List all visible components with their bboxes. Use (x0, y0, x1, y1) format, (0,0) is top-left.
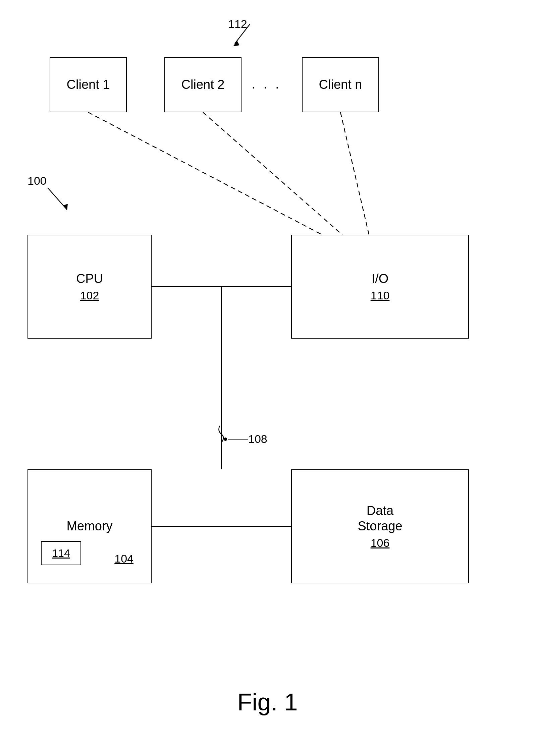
client2-box: Client 2 (164, 57, 242, 112)
datastorage-label: Data Storage (358, 503, 402, 534)
svg-line-4 (88, 112, 322, 235)
io-label: I/O (372, 271, 389, 287)
svg-line-2 (48, 188, 65, 208)
io-num: 110 (371, 289, 390, 302)
svg-line-5 (203, 112, 342, 235)
memory-label: Memory (66, 519, 112, 534)
memory-inner-box: 114 (41, 541, 81, 565)
diagram: 112 100 Client 1 Client 2 · · · Client n… (0, 0, 535, 756)
svg-marker-1 (233, 41, 239, 46)
client-dots: · · · (252, 79, 281, 95)
memory-box: Memory 114 104 (28, 469, 152, 583)
cpu-num: 102 (80, 289, 99, 302)
svg-marker-3 (63, 204, 68, 211)
client1-label: Client 1 (67, 77, 110, 93)
client2-label: Client 2 (181, 77, 225, 93)
cpu-label: CPU (76, 271, 103, 287)
clientn-label: Client n (319, 77, 362, 93)
ref-108-label: 108 (248, 432, 267, 446)
memory-num: 104 (114, 552, 133, 565)
svg-line-6 (340, 112, 369, 235)
inner-box-num: 114 (52, 547, 70, 560)
io-box: I/O 110 (291, 235, 469, 339)
client1-box: Client 1 (50, 57, 127, 112)
datastorage-num: 106 (371, 536, 390, 549)
datastorage-box: Data Storage 106 (291, 469, 469, 583)
clientn-box: Client n (302, 57, 379, 112)
figure-label: Fig. 1 (237, 688, 298, 716)
ref-100-label: 100 (28, 174, 47, 187)
ref-112-label: 112 (228, 17, 247, 31)
diagram-svg (0, 0, 535, 756)
cpu-box: CPU 102 (28, 235, 152, 339)
svg-point-11 (224, 438, 227, 441)
